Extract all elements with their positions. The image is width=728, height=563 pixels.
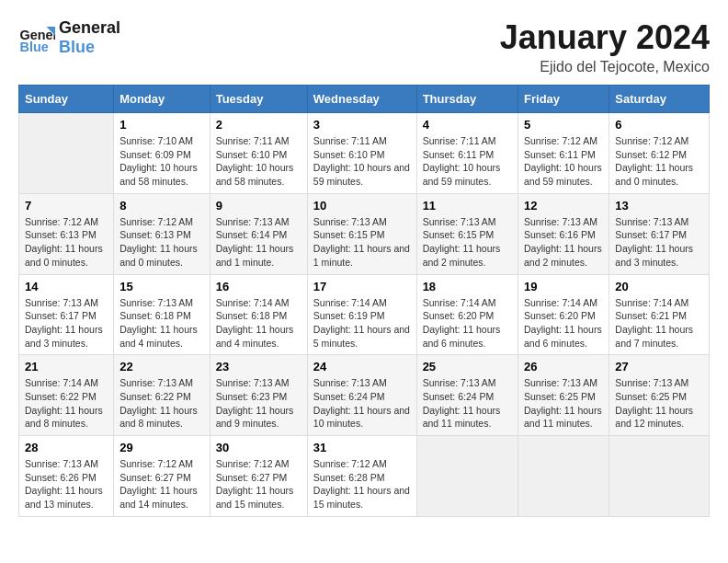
day-info: Sunrise: 7:13 AMSunset: 6:25 PMDaylight:… <box>524 376 603 431</box>
day-info: Sunrise: 7:12 AMSunset: 6:28 PMDaylight:… <box>313 457 411 511</box>
header-thursday: Thursday <box>416 86 518 113</box>
day-number: 8 <box>119 199 204 213</box>
day-info: Sunrise: 7:11 AMSunset: 6:11 PMDaylight:… <box>423 134 512 189</box>
day-info: Sunrise: 7:14 AMSunset: 6:21 PMDaylight:… <box>615 296 703 350</box>
page-subtitle: Ejido del Tejocote, Mexico <box>500 59 710 75</box>
day-info: Sunrise: 7:14 AMSunset: 6:20 PMDaylight:… <box>524 296 603 350</box>
calendar-cell: 9Sunrise: 7:13 AMSunset: 6:14 PMDaylight… <box>210 193 307 274</box>
calendar-cell <box>19 113 114 194</box>
calendar-cell: 3Sunrise: 7:11 AMSunset: 6:10 PMDaylight… <box>307 113 416 194</box>
calendar-cell: 7Sunrise: 7:12 AMSunset: 6:13 PMDaylight… <box>19 193 114 274</box>
calendar-cell: 17Sunrise: 7:14 AMSunset: 6:19 PMDayligh… <box>307 274 416 355</box>
day-number: 21 <box>25 360 108 373</box>
day-number: 9 <box>216 199 301 213</box>
day-number: 2 <box>216 118 301 132</box>
day-info: Sunrise: 7:10 AMSunset: 6:09 PMDaylight:… <box>119 134 204 189</box>
day-info: Sunrise: 7:12 AMSunset: 6:27 PMDaylight:… <box>216 457 301 511</box>
calendar-cell: 12Sunrise: 7:13 AMSunset: 6:16 PMDayligh… <box>518 193 609 274</box>
day-info: Sunrise: 7:13 AMSunset: 6:25 PMDaylight:… <box>615 376 703 431</box>
week-row-4: 21Sunrise: 7:14 AMSunset: 6:22 PMDayligh… <box>19 355 710 436</box>
day-number: 4 <box>423 118 512 132</box>
day-number: 1 <box>119 118 204 132</box>
calendar-cell: 21Sunrise: 7:14 AMSunset: 6:22 PMDayligh… <box>19 355 114 436</box>
calendar-cell: 22Sunrise: 7:13 AMSunset: 6:22 PMDayligh… <box>114 355 210 436</box>
calendar-cell <box>518 436 609 517</box>
calendar-cell: 20Sunrise: 7:14 AMSunset: 6:21 PMDayligh… <box>609 274 710 355</box>
day-info: Sunrise: 7:14 AMSunset: 6:20 PMDaylight:… <box>423 296 512 350</box>
calendar-cell: 4Sunrise: 7:11 AMSunset: 6:11 PMDaylight… <box>416 113 518 194</box>
calendar-cell: 1Sunrise: 7:10 AMSunset: 6:09 PMDaylight… <box>114 113 210 194</box>
calendar-cell: 5Sunrise: 7:12 AMSunset: 6:11 PMDaylight… <box>518 113 609 194</box>
day-info: Sunrise: 7:14 AMSunset: 6:18 PMDaylight:… <box>216 296 301 350</box>
day-number: 11 <box>423 199 512 213</box>
calendar-cell: 31Sunrise: 7:12 AMSunset: 6:28 PMDayligh… <box>307 436 416 517</box>
calendar-cell: 18Sunrise: 7:14 AMSunset: 6:20 PMDayligh… <box>416 274 518 355</box>
day-number: 27 <box>615 360 703 373</box>
day-info: Sunrise: 7:11 AMSunset: 6:10 PMDaylight:… <box>313 134 411 189</box>
page-header: General Blue General Blue January 2024 E… <box>18 18 710 75</box>
day-number: 5 <box>524 118 603 132</box>
day-number: 26 <box>524 360 603 373</box>
day-number: 18 <box>423 280 512 293</box>
day-info: Sunrise: 7:13 AMSunset: 6:22 PMDaylight:… <box>119 376 204 431</box>
calendar-cell: 19Sunrise: 7:14 AMSunset: 6:20 PMDayligh… <box>518 274 609 355</box>
week-row-3: 14Sunrise: 7:13 AMSunset: 6:17 PMDayligh… <box>19 274 710 355</box>
day-info: Sunrise: 7:12 AMSunset: 6:12 PMDaylight:… <box>615 134 703 189</box>
day-info: Sunrise: 7:13 AMSunset: 6:16 PMDaylight:… <box>524 215 603 270</box>
week-row-1: 1Sunrise: 7:10 AMSunset: 6:09 PMDaylight… <box>19 113 710 194</box>
calendar-cell: 28Sunrise: 7:13 AMSunset: 6:26 PMDayligh… <box>19 436 114 517</box>
day-number: 17 <box>313 280 411 293</box>
calendar-cell <box>609 436 710 517</box>
calendar-cell: 2Sunrise: 7:11 AMSunset: 6:10 PMDaylight… <box>210 113 307 194</box>
logo: General Blue General Blue <box>18 18 120 57</box>
calendar-cell: 10Sunrise: 7:13 AMSunset: 6:15 PMDayligh… <box>307 193 416 274</box>
calendar-cell: 16Sunrise: 7:14 AMSunset: 6:18 PMDayligh… <box>210 274 307 355</box>
day-number: 12 <box>524 199 603 213</box>
calendar-cell: 24Sunrise: 7:13 AMSunset: 6:24 PMDayligh… <box>307 355 416 436</box>
day-info: Sunrise: 7:13 AMSunset: 6:17 PMDaylight:… <box>25 296 108 350</box>
logo-general: General <box>59 18 120 38</box>
title-block: January 2024 Ejido del Tejocote, Mexico <box>500 18 710 75</box>
day-number: 20 <box>615 280 703 293</box>
day-number: 29 <box>119 441 204 454</box>
day-info: Sunrise: 7:13 AMSunset: 6:17 PMDaylight:… <box>615 215 703 270</box>
calendar-cell: 23Sunrise: 7:13 AMSunset: 6:23 PMDayligh… <box>210 355 307 436</box>
day-info: Sunrise: 7:13 AMSunset: 6:24 PMDaylight:… <box>423 376 512 431</box>
calendar-cell: 13Sunrise: 7:13 AMSunset: 6:17 PMDayligh… <box>609 193 710 274</box>
day-info: Sunrise: 7:14 AMSunset: 6:22 PMDaylight:… <box>25 376 108 431</box>
calendar-cell: 6Sunrise: 7:12 AMSunset: 6:12 PMDaylight… <box>609 113 710 194</box>
day-info: Sunrise: 7:11 AMSunset: 6:10 PMDaylight:… <box>216 134 301 189</box>
day-number: 30 <box>216 441 301 454</box>
day-number: 22 <box>119 360 204 373</box>
day-number: 19 <box>524 280 603 293</box>
day-info: Sunrise: 7:13 AMSunset: 6:26 PMDaylight:… <box>25 457 108 511</box>
calendar-cell: 30Sunrise: 7:12 AMSunset: 6:27 PMDayligh… <box>210 436 307 517</box>
day-number: 10 <box>313 199 411 213</box>
day-info: Sunrise: 7:12 AMSunset: 6:11 PMDaylight:… <box>524 134 603 189</box>
day-info: Sunrise: 7:12 AMSunset: 6:27 PMDaylight:… <box>119 457 204 511</box>
calendar-cell <box>416 436 518 517</box>
calendar-cell: 14Sunrise: 7:13 AMSunset: 6:17 PMDayligh… <box>19 274 114 355</box>
week-row-2: 7Sunrise: 7:12 AMSunset: 6:13 PMDaylight… <box>19 193 710 274</box>
header-tuesday: Tuesday <box>210 86 307 113</box>
day-info: Sunrise: 7:12 AMSunset: 6:13 PMDaylight:… <box>119 215 204 270</box>
header-monday: Monday <box>114 86 210 113</box>
day-number: 24 <box>313 360 411 373</box>
calendar-table: SundayMondayTuesdayWednesdayThursdayFrid… <box>18 85 710 517</box>
day-number: 23 <box>216 360 301 373</box>
header-saturday: Saturday <box>609 86 710 113</box>
day-number: 7 <box>25 199 108 213</box>
calendar-cell: 15Sunrise: 7:13 AMSunset: 6:18 PMDayligh… <box>114 274 210 355</box>
header-friday: Friday <box>518 86 609 113</box>
header-sunday: Sunday <box>19 86 114 113</box>
header-wednesday: Wednesday <box>307 86 416 113</box>
day-number: 28 <box>25 441 108 454</box>
day-number: 3 <box>313 118 411 132</box>
day-info: Sunrise: 7:13 AMSunset: 6:18 PMDaylight:… <box>119 296 204 350</box>
day-info: Sunrise: 7:13 AMSunset: 6:14 PMDaylight:… <box>216 215 301 270</box>
day-info: Sunrise: 7:13 AMSunset: 6:15 PMDaylight:… <box>313 215 411 270</box>
day-info: Sunrise: 7:13 AMSunset: 6:15 PMDaylight:… <box>423 215 512 270</box>
calendar-cell: 11Sunrise: 7:13 AMSunset: 6:15 PMDayligh… <box>416 193 518 274</box>
day-info: Sunrise: 7:12 AMSunset: 6:13 PMDaylight:… <box>25 215 108 270</box>
day-info: Sunrise: 7:14 AMSunset: 6:19 PMDaylight:… <box>313 296 411 350</box>
